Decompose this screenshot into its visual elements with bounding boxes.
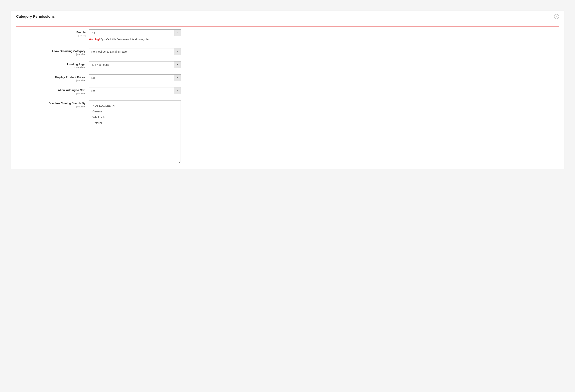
landing-page-label-col: Landing Page [store view]: [16, 61, 89, 69]
display-prices-select-value: No: [89, 76, 174, 79]
enable-row-highlight: Enable [global] No Warning! By default t…: [16, 26, 559, 43]
allow-add-cart-control-col: No: [89, 87, 181, 94]
disallow-search-scope: [website]: [16, 105, 85, 108]
enable-control-col: No Warning! By default this feature rest…: [89, 29, 181, 41]
warning-label: Warning!: [89, 38, 100, 41]
disallow-search-label: Disallow Catalog Search By: [16, 102, 85, 105]
disallow-search-control-col: NOT LOGGED IN General Wholesale Retailer: [89, 100, 181, 163]
collapse-button[interactable]: [554, 14, 559, 19]
disallow-search-label-col: Disallow Catalog Search By [website]: [16, 100, 89, 108]
form-body: Enable [global] No Warning! By default t…: [16, 26, 559, 163]
caret-down-icon: [177, 51, 178, 53]
display-prices-control-col: No: [89, 74, 181, 81]
landing-page-label: Landing Page: [16, 63, 85, 66]
caret-down-icon: [177, 90, 178, 92]
display-prices-row: Display Product Prices [website] No: [16, 74, 559, 82]
multiselect-option[interactable]: NOT LOGGED IN: [93, 103, 177, 109]
display-prices-select[interactable]: No: [89, 74, 181, 81]
category-permissions-panel: Category Permissions Enable [global] No …: [11, 11, 564, 169]
enable-scope: [global]: [16, 34, 86, 37]
allow-add-cart-label-col: Allow Adding to Cart [website]: [16, 87, 89, 95]
allow-add-cart-row: Allow Adding to Cart [website] No: [16, 87, 559, 95]
landing-page-row: Landing Page [store view] 404 Not Found: [16, 61, 559, 69]
panel-header: Category Permissions: [16, 14, 559, 19]
display-prices-label: Display Product Prices: [16, 76, 85, 79]
display-prices-select-arrow: [174, 75, 181, 81]
caret-down-icon: [177, 32, 178, 34]
panel-title: Category Permissions: [16, 14, 55, 19]
enable-select[interactable]: No: [89, 29, 181, 36]
warning-text: By default this feature restricts all ca…: [100, 38, 150, 41]
caret-down-icon: [177, 64, 178, 65]
allow-browsing-select-value: No, Redirect to Landing Page: [89, 50, 174, 53]
disallow-search-row: Disallow Catalog Search By [website] NOT…: [16, 100, 559, 163]
allow-add-cart-scope: [website]: [16, 92, 85, 95]
landing-page-control-col: 404 Not Found: [89, 61, 181, 68]
allow-browsing-scope: [website]: [16, 53, 85, 56]
allow-browsing-label-col: Allow Browsing Category [website]: [16, 48, 89, 56]
multiselect-option[interactable]: Wholesale: [93, 115, 177, 120]
allow-add-cart-select-arrow: [174, 87, 181, 94]
allow-browsing-select-arrow: [174, 48, 181, 55]
allow-browsing-control-col: No, Redirect to Landing Page: [89, 48, 181, 55]
enable-warning: Warning! By default this feature restric…: [89, 38, 181, 41]
landing-page-select-arrow: [174, 62, 181, 68]
landing-page-select-value: 404 Not Found: [89, 63, 174, 66]
chevron-up-icon: [555, 16, 557, 18]
allow-add-cart-label: Allow Adding to Cart: [16, 88, 85, 92]
landing-page-scope: [store view]: [16, 66, 85, 69]
display-prices-label-col: Display Product Prices [website]: [16, 74, 89, 82]
enable-label: Enable: [16, 31, 86, 34]
multiselect-option[interactable]: Retailer: [93, 120, 177, 126]
disallow-search-multiselect[interactable]: NOT LOGGED IN General Wholesale Retailer: [89, 100, 181, 163]
enable-select-value: No: [89, 31, 174, 34]
enable-label-col: Enable [global]: [16, 29, 89, 37]
enable-select-arrow: [174, 30, 181, 36]
multiselect-option[interactable]: General: [93, 109, 177, 115]
caret-down-icon: [177, 77, 178, 79]
allow-browsing-select[interactable]: No, Redirect to Landing Page: [89, 48, 181, 55]
allow-add-cart-select[interactable]: No: [89, 87, 181, 94]
display-prices-scope: [website]: [16, 79, 85, 82]
allow-add-cart-select-value: No: [89, 89, 174, 92]
allow-browsing-row: Allow Browsing Category [website] No, Re…: [16, 48, 559, 56]
allow-browsing-label: Allow Browsing Category: [16, 50, 85, 53]
landing-page-select[interactable]: 404 Not Found: [89, 61, 181, 68]
